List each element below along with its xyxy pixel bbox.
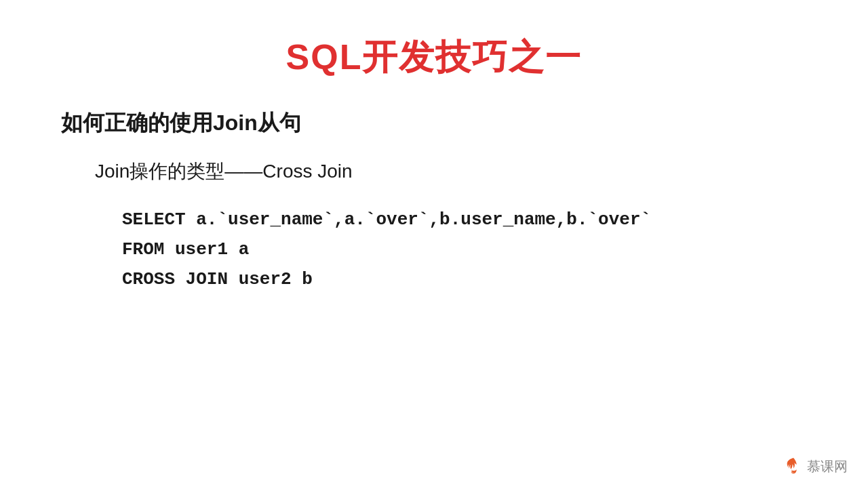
code-line-1: SELECT a.`user_name`,a.`over`,b.user_nam… — [122, 205, 814, 235]
code-line-2: FROM user1 a — [122, 235, 814, 264]
flame-icon — [784, 457, 803, 476]
code-line-3: CROSS JOIN user2 b — [122, 264, 814, 294]
main-title: SQL开发技巧之一 — [54, 34, 814, 81]
watermark: 慕课网 — [784, 457, 848, 476]
code-block: SELECT a.`user_name`,a.`over`,b.user_nam… — [122, 205, 814, 295]
watermark-text: 慕课网 — [807, 458, 848, 476]
section-title: 如何正确的使用Join从句 — [61, 108, 814, 138]
sub-title: Join操作的类型——Cross Join — [95, 159, 814, 184]
svg-point-0 — [791, 470, 795, 474]
slide-container: SQL开发技巧之一 如何正确的使用Join从句 Join操作的类型——Cross… — [0, 0, 868, 488]
